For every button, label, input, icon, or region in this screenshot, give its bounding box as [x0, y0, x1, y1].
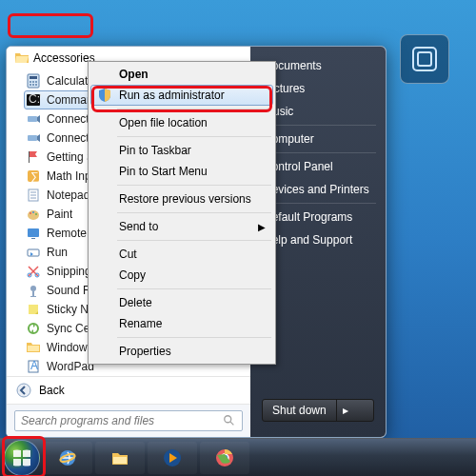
svg-point-4 — [30, 81, 31, 83]
menu-label: Properties — [119, 345, 171, 358]
menu-run-as-administrator[interactable]: Run as administrator — [90, 85, 273, 106]
menu-separator — [117, 185, 271, 186]
shutdown-area: Shut down ▸ — [254, 391, 382, 429]
search-row — [7, 404, 250, 437]
menu-delete[interactable]: Delete — [90, 292, 273, 313]
math-icon: ∑ — [26, 169, 41, 184]
menu-cut[interactable]: Cut — [90, 244, 273, 265]
explorer-icon — [26, 340, 41, 355]
desktop-shortcut[interactable] — [400, 34, 449, 84]
taskbar-ie[interactable] — [43, 442, 92, 474]
svg-text:∑: ∑ — [30, 169, 39, 183]
paint-icon — [26, 207, 41, 222]
program-label: Paint — [47, 208, 72, 221]
svg-rect-1 — [418, 52, 431, 66]
svg-rect-26 — [31, 238, 35, 239]
svg-point-22 — [30, 212, 31, 214]
svg-rect-3 — [30, 76, 37, 79]
menu-label: Delete — [119, 296, 152, 309]
svg-rect-0 — [413, 48, 436, 70]
back-button[interactable]: Back — [7, 376, 250, 404]
svg-point-30 — [30, 286, 36, 291]
menu-label: Open file location — [119, 116, 208, 129]
note-icon — [26, 188, 41, 203]
svg-text:C:\: C:\ — [29, 92, 41, 106]
menu-separator — [117, 212, 271, 213]
context-menu: OpenRun as administratorOpen file locati… — [88, 61, 276, 365]
menu-separator — [117, 136, 271, 137]
program-label: Notepad — [47, 188, 89, 202]
start-orb[interactable] — [4, 440, 40, 476]
menu-label: Cut — [119, 248, 137, 261]
rdp-icon — [26, 226, 41, 241]
wmp-icon — [162, 447, 183, 468]
menu-label: Pin to Start Menu — [119, 165, 208, 178]
menu-send-to[interactable]: Send to▶ — [90, 216, 273, 237]
calc-icon — [26, 73, 41, 89]
menu-copy[interactable]: Copy — [90, 265, 273, 286]
shutdown-button[interactable]: Shut down ▸ — [262, 399, 374, 422]
menu-pin-to-taskbar[interactable]: Pin to Taskbar — [90, 140, 273, 161]
shutdown-label: Shut down — [263, 400, 337, 421]
cmd-icon: C:\ — [26, 92, 41, 108]
menu-label: Open — [119, 68, 149, 81]
menu-properties[interactable]: Properties — [90, 341, 273, 362]
search-input[interactable] — [21, 414, 223, 427]
sound-icon — [26, 283, 41, 298]
svg-point-5 — [32, 81, 34, 83]
svg-rect-27 — [28, 249, 39, 256]
svg-rect-13 — [28, 135, 37, 141]
search-box[interactable] — [14, 410, 243, 431]
menu-open-file-location[interactable]: Open file location — [90, 112, 273, 133]
back-label: Back — [39, 384, 65, 397]
menu-rename[interactable]: Rename — [90, 313, 273, 334]
svg-text:A: A — [30, 359, 38, 372]
svg-point-8 — [32, 84, 34, 86]
taskbar-chrome[interactable] — [200, 442, 249, 474]
chrome-icon — [214, 447, 235, 468]
svg-point-24 — [35, 213, 37, 215]
svg-rect-31 — [32, 291, 34, 296]
back-arrow-icon — [16, 383, 31, 398]
menu-separator — [117, 337, 271, 338]
menu-restore-previous-versions[interactable]: Restore previous versions — [90, 188, 273, 209]
menu-label: Copy — [119, 268, 146, 282]
svg-point-37 — [17, 384, 30, 397]
taskbar-folder[interactable] — [95, 442, 145, 474]
taskbar-wmp[interactable] — [148, 442, 197, 474]
sync-icon — [26, 321, 41, 336]
menu-label: Run as administrator — [119, 89, 225, 102]
menu-label: Send to — [119, 220, 158, 233]
menu-separator — [117, 288, 271, 289]
taskbar — [0, 438, 476, 476]
submenu-arrow-icon: ▶ — [258, 222, 266, 232]
svg-point-38 — [225, 416, 231, 423]
shutdown-options-arrow[interactable]: ▸ — [337, 400, 354, 421]
menu-label: Rename — [119, 317, 162, 330]
svg-point-23 — [32, 211, 34, 213]
svg-point-6 — [35, 81, 37, 83]
menu-open[interactable]: Open — [90, 64, 273, 85]
folder-icon — [109, 447, 130, 468]
svg-rect-12 — [28, 116, 37, 122]
svg-line-39 — [230, 422, 234, 426]
highlight-accessories — [8, 13, 93, 38]
program-label: Run — [47, 246, 68, 259]
svg-rect-14 — [29, 151, 30, 163]
shield-icon — [97, 88, 112, 103]
proj-icon — [26, 111, 41, 127]
menu-label: Restore previous versions — [119, 192, 251, 206]
ie-icon — [57, 447, 78, 468]
menu-separator — [117, 109, 271, 109]
menu-pin-to-start-menu[interactable]: Pin to Start Menu — [90, 161, 273, 182]
svg-point-9 — [35, 84, 37, 86]
folder-open-icon — [14, 50, 30, 66]
run-icon — [26, 245, 41, 260]
svg-rect-25 — [28, 228, 39, 237]
svg-rect-32 — [30, 296, 36, 297]
wordpad-icon: A — [26, 359, 41, 374]
proj-icon — [26, 130, 41, 146]
folder-header-label: Accessories — [33, 51, 95, 65]
menu-label: Pin to Taskbar — [119, 144, 191, 157]
svg-point-7 — [30, 84, 31, 86]
